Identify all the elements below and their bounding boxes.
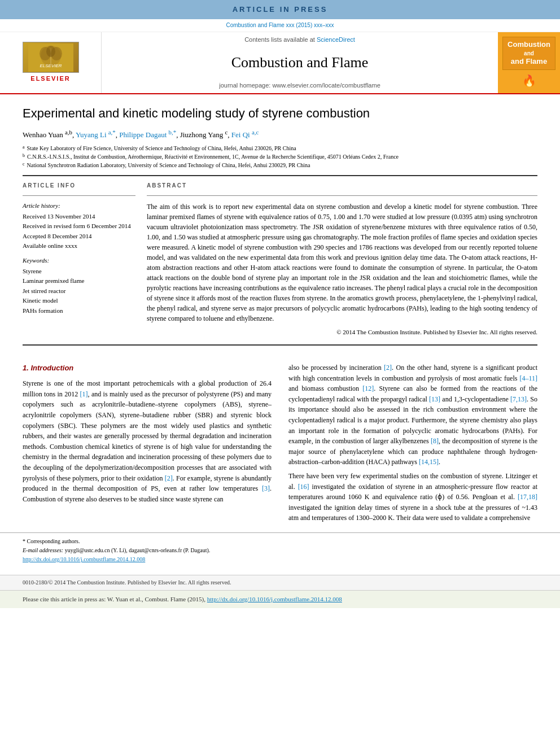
email-note: E-mail addresses: yuygli@ustc.edu.cn (Y.…	[23, 547, 537, 554]
banner-text: ARTICLE IN PRESS	[233, 5, 328, 14]
flame-icon: 🔥	[522, 73, 536, 89]
divider-info	[23, 195, 135, 196]
intro-para-2: also be processed by incineration [2]. O…	[288, 362, 537, 468]
affiliations: a State Key Laboratory of Fire Science, …	[23, 144, 537, 169]
journal-title: Combustion and Flame	[231, 53, 369, 73]
divider-abstract	[147, 195, 537, 196]
please-cite: Please cite this article in press as: W.…	[0, 590, 560, 608]
bottom-bar: 0010-2180/© 2014 The Combustion Institut…	[0, 575, 560, 590]
abstract-label: ABSTRACT	[147, 182, 537, 190]
history-revised: Received in revised form 6 December 2014	[23, 222, 135, 230]
email-values: yuygli@ustc.edu.cn (Y. Li), dagaut@cnrs-…	[65, 547, 211, 553]
author-yuyang: Yuyang Li a,*	[76, 130, 116, 139]
affiliation-b: b C.N.R.S.-I.N.S.I.S., Institut de Combu…	[23, 152, 537, 161]
please-cite-link[interactable]: http://dx.doi.org/10.1016/j.combustflame…	[207, 596, 342, 602]
keywords-label: Keywords:	[23, 256, 135, 265]
logo-subtitle: and	[508, 50, 550, 57]
intro-para-1: Styrene is one of the most important pet…	[23, 378, 272, 504]
copyright: © 2014 The Combustion Institute. Publish…	[147, 328, 537, 337]
body-two-col: 1. Introduction Styrene is one of the mo…	[23, 362, 537, 527]
journal-homepage: journal homepage: www.elsevier.com/locat…	[219, 81, 380, 90]
contents-available: Contents lists available at ScienceDirec…	[244, 36, 355, 44]
divider-top	[23, 175, 537, 176]
page: ARTICLE IN PRESS Combustion and Flame xx…	[0, 0, 560, 747]
doi-anchor[interactable]: http://dx.doi.org/10.1016/j.combustflame…	[23, 556, 145, 562]
abstract-col: ABSTRACT The aim of this work is to repo…	[147, 182, 537, 337]
keyword-3: Jet stirred reactor	[23, 287, 135, 295]
article-info-abstract: ARTICLE INFO Article history: Received 1…	[23, 182, 537, 337]
intro-para-3: There have been very few experimental st…	[288, 471, 537, 523]
please-cite-text: Please cite this article in press as: W.…	[23, 596, 205, 602]
article-info-col: ARTICLE INFO Article history: Received 1…	[23, 182, 135, 337]
keyword-4: Kinetic model	[23, 296, 135, 305]
elsevier-logo: ELSEVIER ELSEVIER	[23, 42, 79, 83]
history-accepted: Accepted 8 December 2014	[23, 232, 135, 241]
article-in-press-banner: ARTICLE IN PRESS	[0, 0, 560, 19]
journal-ref: Combustion and Flame xxx (2015) xxx–xxx	[226, 22, 334, 28]
issn-line: 0010-2180/© 2014 The Combustion Institut…	[23, 579, 231, 586]
keyword-5: PAHs formation	[23, 307, 135, 315]
author-fei: Fei Qi a,c	[231, 130, 259, 139]
affiliation-a: a State Key Laboratory of Fire Science, …	[23, 144, 537, 152]
footer-notes: * Corresponding authors. E-mail addresse…	[0, 532, 560, 569]
keyword-1: Styrene	[23, 267, 135, 276]
corresponding-note: * Corresponding authors.	[23, 538, 537, 545]
logo-title: Combustion	[508, 40, 550, 50]
article-info-label: ARTICLE INFO	[23, 182, 135, 190]
email-label: E-mail addresses:	[23, 547, 63, 553]
article-title: Experimental and kinetic modeling study …	[23, 106, 537, 122]
article-content: Experimental and kinetic modeling study …	[0, 94, 560, 357]
author-jiuzhong: Jiuzhong Yang c	[180, 130, 228, 139]
body-right-col: also be processed by incineration [2]. O…	[288, 362, 537, 527]
logo-flame: and Flame	[508, 57, 550, 67]
doi-link[interactable]: http://dx.doi.org/10.1016/j.combustflame…	[23, 556, 537, 563]
keyword-2: Laminar premixed flame	[23, 277, 135, 285]
sciencedirect-link[interactable]: ScienceDirect	[317, 36, 355, 43]
abstract-text: The aim of this work is to report new ex…	[147, 202, 537, 324]
journal-header-center: Contents lists available at ScienceDirec…	[102, 32, 498, 93]
journal-header-right: Combustion and and Flame 🔥	[498, 32, 560, 93]
journal-header-left: ELSEVIER ELSEVIER	[0, 32, 102, 93]
elsevier-logo-image: ELSEVIER	[23, 42, 79, 73]
author-wenhao: Wenhao Yuan a,b	[23, 130, 72, 139]
affiliation-c: c National Synchrotron Radiation Laborat…	[23, 161, 537, 169]
body-section: 1. Introduction Styrene is one of the mo…	[0, 357, 560, 532]
intro-heading: 1. Introduction	[23, 362, 272, 374]
contents-label: Contents lists available at	[244, 36, 315, 43]
history-label: Article history:	[23, 202, 135, 210]
body-left-col: 1. Introduction Styrene is one of the mo…	[23, 362, 272, 527]
authors-line: Wenhao Yuan a,b, Yuyang Li a,*, Philippe…	[23, 128, 537, 141]
author-philippe: Philippe Dagaut b,*	[119, 130, 176, 139]
history-online: Available online xxxx	[23, 242, 135, 250]
divider-bottom-header	[23, 344, 537, 346]
article-ref-line: Combustion and Flame xxx (2015) xxx–xxx	[0, 19, 560, 32]
svg-point-6	[46, 46, 55, 57]
journal-header: ELSEVIER ELSEVIER Contents lists availab…	[0, 32, 560, 94]
history-received: Received 13 November 2014	[23, 212, 135, 221]
elsevier-wordmark: ELSEVIER	[30, 75, 70, 83]
journal-logo-box: Combustion and and Flame	[502, 37, 555, 70]
